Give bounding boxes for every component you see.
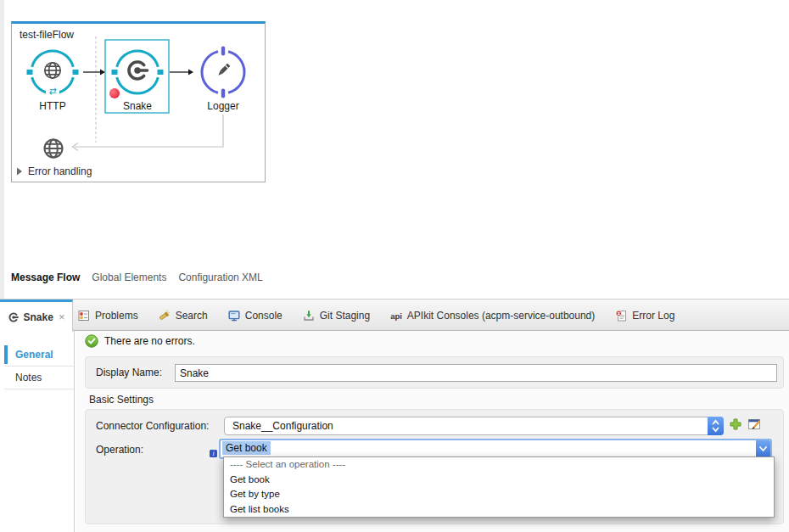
operation-label: Operation: <box>96 444 143 456</box>
flow-canvas[interactable]: ⇄ HTTP <box>11 21 266 182</box>
operation-dropdown-list: ---- Select an operation ---- Get book G… <box>223 456 775 518</box>
tab-error-log-label: Error Log <box>632 310 674 322</box>
breakpoint-dot[interactable] <box>109 88 120 98</box>
tab-problems-label: Problems <box>95 310 138 322</box>
error-log-icon <box>615 310 627 322</box>
operation-value: Get book <box>222 441 271 455</box>
logger-node-label: Logger <box>207 100 238 112</box>
error-handling-toggle[interactable]: Error handling <box>17 165 92 177</box>
tab-configuration-xml[interactable]: Configuration XML <box>178 272 262 283</box>
collapsed-triangle-icon <box>17 168 22 176</box>
tab-problems[interactable]: Problems <box>78 310 138 322</box>
flow-title: test-fileFlow <box>20 29 74 41</box>
tab-error-log[interactable]: Error Log <box>615 310 674 322</box>
snake-connector-icon <box>129 62 147 79</box>
pencil-icon <box>217 64 231 77</box>
flashlight-search-icon <box>159 310 171 322</box>
tab-apikit-consoles-label: APIkit Consoles (acpm-service-outbound) <box>407 310 595 322</box>
tab-apikit-consoles[interactable]: api APIkit Consoles (acpm-service-outbou… <box>390 310 595 322</box>
git-staging-icon <box>303 310 315 322</box>
active-indicator-bar <box>4 345 8 364</box>
snake-node[interactable]: Snake <box>109 51 164 112</box>
response-globe-icon <box>45 140 63 158</box>
http-node-label: HTTP <box>39 100 65 112</box>
anypoint-studio-window: ⇄ HTTP <box>0 0 789 532</box>
api-icon: api <box>390 311 402 321</box>
console-monitor-icon <box>228 310 240 322</box>
properties-sidebar: General Notes <box>0 331 75 532</box>
connector-configuration-label: Connector Configuration: <box>96 420 209 432</box>
status-message: There are no errors. <box>104 335 195 347</box>
display-name-input[interactable] <box>175 364 777 382</box>
add-configuration-button[interactable] <box>729 417 742 434</box>
tab-snake-properties[interactable]: Snake × <box>0 300 73 332</box>
validation-status: There are no errors. <box>85 334 195 348</box>
tab-search-label: Search <box>176 310 208 322</box>
view-tabs: Problems Search <box>78 300 674 331</box>
flow-editor-region: ⇄ HTTP <box>0 0 789 299</box>
tab-git-staging[interactable]: Git Staging <box>303 310 370 322</box>
operation-option-get-book[interactable]: Get book <box>224 473 774 488</box>
snake-node-label: Snake <box>123 100 152 112</box>
connector-configuration-value: Snake__Configuration <box>232 420 333 432</box>
sidebar-item-notes[interactable]: Notes <box>4 367 74 389</box>
success-check-icon <box>85 334 98 348</box>
display-name-group: Display Name: <box>85 356 784 389</box>
tab-message-flow[interactable]: Message Flow <box>11 272 80 283</box>
logger-node[interactable]: Logger <box>202 47 244 113</box>
bottom-view-tabbar: Snake × Problems <box>0 299 789 331</box>
connector-configuration-select[interactable]: Snake__Configuration <box>224 417 724 435</box>
tab-git-staging-label: Git Staging <box>320 310 370 322</box>
chevron-down-icon <box>756 440 770 457</box>
tab-search[interactable]: Search <box>159 310 208 322</box>
sidebar-item-notes-label: Notes <box>15 372 42 384</box>
basic-settings-title: Basic Settings <box>89 394 154 406</box>
operation-option-get-list-books[interactable]: Get list books <box>224 502 774 518</box>
problems-icon <box>78 310 90 322</box>
http-node[interactable]: ⇄ HTTP <box>27 51 79 112</box>
flow-editor-tabs: Message Flow Global Elements Configurati… <box>11 272 263 283</box>
sidebar-item-general[interactable]: General <box>4 344 74 367</box>
arrow-snake-to-logger <box>170 70 193 76</box>
tab-console-label: Console <box>245 310 283 322</box>
info-icon: i <box>210 450 217 457</box>
plus-icon <box>729 417 742 431</box>
display-name-label: Display Name: <box>96 367 162 378</box>
operation-option-get-by-type[interactable]: Get by type <box>224 487 774 502</box>
tab-global-elements[interactable]: Global Elements <box>92 272 166 283</box>
sidebar-item-general-label: General <box>15 349 53 361</box>
error-handling-label: Error handling <box>28 165 92 177</box>
edit-configuration-button[interactable] <box>747 417 762 434</box>
flow-diagram: ⇄ HTTP <box>12 24 265 182</box>
operation-option-placeholder[interactable]: ---- Select an operation ---- <box>224 457 774 473</box>
http-listener-swap-icon: ⇄ <box>48 86 56 97</box>
edit-icon <box>747 417 762 431</box>
snake-connector-icon <box>8 311 20 323</box>
globe-icon <box>45 63 60 78</box>
response-path-line <box>75 115 223 147</box>
arrow-http-to-snake <box>83 70 105 76</box>
editor-left-margin <box>0 0 4 299</box>
stepper-icon <box>708 417 724 435</box>
tab-console[interactable]: Console <box>228 310 283 322</box>
close-icon[interactable]: × <box>59 311 65 322</box>
tab-snake-label: Snake <box>24 311 53 323</box>
